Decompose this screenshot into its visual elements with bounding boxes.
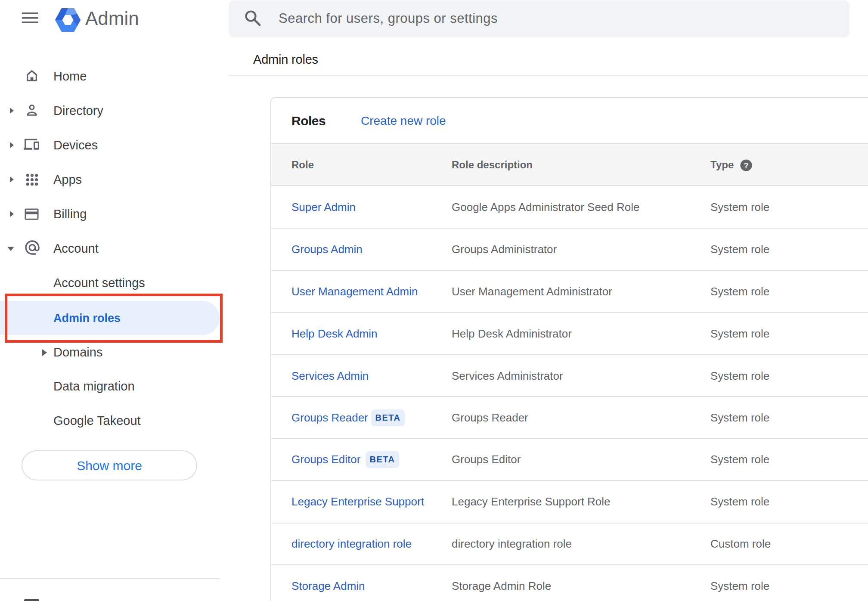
svg-text:?: ? [744, 161, 749, 170]
